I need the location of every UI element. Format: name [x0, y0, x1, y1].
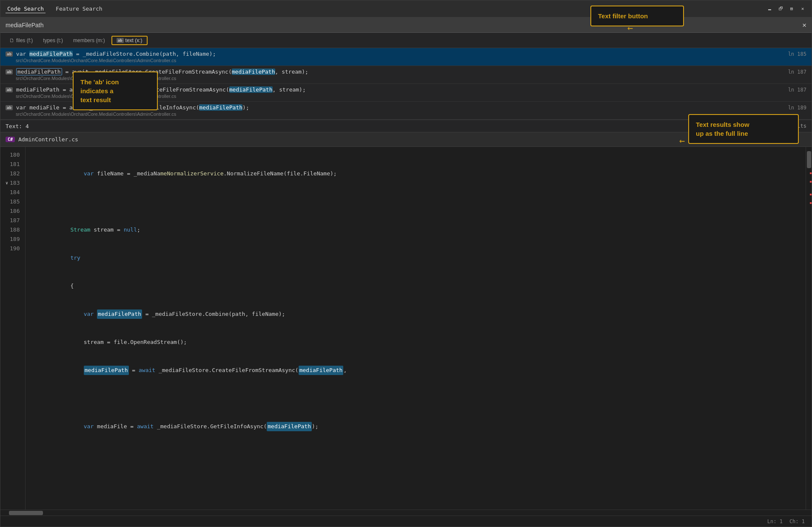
filter-members-button[interactable]: members (m:)	[69, 36, 109, 45]
filter-members-label: members (m:)	[73, 37, 105, 43]
code-line-183: try	[31, 253, 801, 263]
status-text: Text: 4	[6, 123, 29, 129]
search-bar: ✕	[0, 17, 812, 33]
result-line-num: ln 185	[785, 51, 806, 57]
code-editor[interactable]: 180 181 182 ∨ 183 184 185 186 187 188 18…	[0, 147, 812, 510]
filter-files-label: files (f:)	[16, 37, 33, 43]
restore-button[interactable]: 🗗	[777, 6, 784, 12]
scrollbar-thumb[interactable]	[807, 151, 811, 168]
search-close-button[interactable]: ✕	[802, 21, 806, 29]
result-item[interactable]: ab var mediaFilePath = _mediaFileStore.C…	[0, 48, 812, 66]
filter-files-button[interactable]: 🗋 files (f:)	[6, 36, 37, 45]
callout-text-results: Text results show up as the full line	[688, 114, 799, 144]
scroll-mark-2	[810, 181, 812, 183]
title-tabs: Code Search Feature Search	[6, 5, 104, 13]
file-icon: 🗋	[9, 37, 14, 43]
filter-text-button[interactable]: ab text (x:)	[111, 36, 148, 45]
csharp-badge: C#	[6, 137, 15, 142]
window-controls: 🗕 🗗 ⊞ ✕	[766, 6, 806, 12]
close-button[interactable]: ✕	[799, 6, 806, 12]
main-window: Code Search Feature Search 🗕 🗗 ⊞ ✕ ✕ 🗋 f…	[0, 0, 812, 527]
horizontal-scrollbar[interactable]	[0, 510, 812, 516]
tab-code-search[interactable]: Code Search	[6, 5, 46, 13]
scroll-mark-1	[810, 172, 812, 174]
ab-result-icon: ab	[6, 69, 13, 74]
code-line-182: Stream stream = null;	[31, 225, 801, 235]
result-line-num: ln 187	[785, 87, 806, 93]
code-line-186: stream = file.OpenReadStream();	[31, 338, 801, 347]
code-line-188	[31, 394, 801, 403]
filter-text-label: text (x:)	[125, 37, 142, 43]
bottom-bar: Ln: 1 Ch: 1	[0, 516, 812, 527]
callout-arrow-text-results: ←	[679, 135, 685, 146]
filter-bar: 🗋 files (f:) types (t:) members (m:) ab …	[0, 33, 812, 48]
result-line-num: ln 189	[785, 105, 806, 111]
tab-feature-search[interactable]: Feature Search	[54, 5, 104, 13]
title-bar: Code Search Feature Search 🗕 🗗 ⊞ ✕	[0, 0, 812, 17]
scroll-mark-4	[810, 202, 812, 204]
code-line-181	[31, 197, 801, 206]
callout-ab-icon: The 'ab' icon indicates a text result	[73, 72, 158, 110]
code-content: var fileName = _mediaNameNormalizerServi…	[26, 147, 806, 510]
code-line-180: var fileName = _mediaNameNormalizerServi…	[31, 169, 801, 178]
code-line-184: {	[31, 281, 801, 291]
filter-types-button[interactable]: types (t:)	[39, 36, 67, 45]
scroll-mark-3	[810, 194, 812, 195]
result-code-text: mediaFilePath = await _mediaFileStore.Cr…	[16, 69, 308, 75]
code-line-190	[31, 450, 801, 459]
ab-result-icon: ab	[6, 105, 13, 110]
code-filename: AdminController.cs	[18, 136, 78, 143]
result-code-text: mediaFilePath = await _mediaFileStore.Cr…	[16, 86, 306, 93]
ab-icon: ab	[117, 38, 124, 43]
code-line-185: var mediaFilePath = _mediaFileStore.Comb…	[31, 309, 801, 319]
h-scrollbar-thumb[interactable]	[9, 511, 43, 515]
code-line-189: var mediaFile = await _mediaFileStore.Ge…	[31, 422, 801, 431]
pin-button[interactable]: ⊞	[788, 6, 795, 12]
bottom-info: Ln: 1 Ch: 1	[767, 518, 805, 524]
ab-result-icon: ab	[6, 52, 13, 57]
filter-types-label: types (t:)	[43, 37, 63, 43]
result-code-text: var mediaFilePath = _mediaFileStore.Comb…	[16, 51, 216, 57]
vertical-scrollbar[interactable]	[806, 147, 812, 510]
cursor-ch: Ch: 1	[789, 518, 805, 524]
ab-result-icon: ab	[6, 87, 13, 92]
result-path: src\OrchardCore.Modules\OrchardCore.Medi…	[0, 58, 812, 66]
cursor-ln: Ln: 1	[767, 518, 783, 524]
minimize-button[interactable]: 🗕	[766, 6, 773, 12]
result-line-num: ln 187	[785, 69, 806, 75]
callout-arrow-text-filter: ←	[627, 23, 633, 33]
line-numbers: 180 181 182 ∨ 183 184 185 186 187 188 18…	[0, 147, 26, 510]
code-line-187: mediaFilePath = await _mediaFileStore.Cr…	[31, 366, 801, 375]
callout-text-filter: Text filter button	[590, 6, 684, 26]
